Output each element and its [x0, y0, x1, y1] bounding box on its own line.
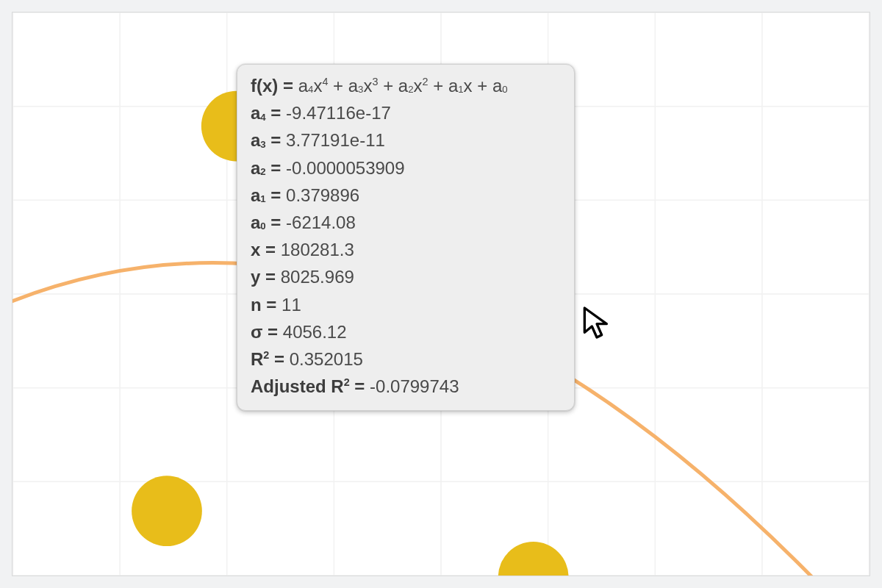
- tooltip-a4: a4 = -9.47116e-17: [251, 99, 561, 126]
- tooltip-x: x = 180281.3: [251, 236, 561, 263]
- tooltip-a0: a0 = -6214.08: [251, 209, 561, 236]
- tooltip-adj-r2: Adjusted R2 = -0.0799743: [251, 373, 561, 400]
- tooltip-a3: a3 = 3.77191e-11: [251, 126, 561, 154]
- tooltip-a1: a1 = 0.379896: [251, 182, 561, 209]
- data-point[interactable]: [132, 476, 202, 546]
- tooltip-a2: a2 = -0.0000053909: [251, 154, 561, 182]
- tooltip-y: y = 8025.969: [251, 263, 561, 290]
- tooltip-sigma: σ = 4056.12: [251, 318, 561, 345]
- fx-label: f(x) =: [251, 76, 298, 96]
- tooltip-r2: R2 = 0.352015: [251, 345, 561, 373]
- tooltip-n: n = 11: [251, 291, 561, 318]
- curve-tooltip: f(x) = a4x4 + a3x3 + a2x2 + a1x + a0 a4 …: [237, 64, 575, 411]
- tooltip-fx: f(x) = a4x4 + a3x3 + a2x2 + a1x + a0: [251, 72, 561, 99]
- fx-formula: a4x4 + a3x3 + a2x2 + a1x + a0: [298, 76, 508, 96]
- chart-frame[interactable]: f(x) = a4x4 + a3x3 + a2x2 + a1x + a0 a4 …: [12, 12, 870, 576]
- data-point[interactable]: [498, 542, 569, 576]
